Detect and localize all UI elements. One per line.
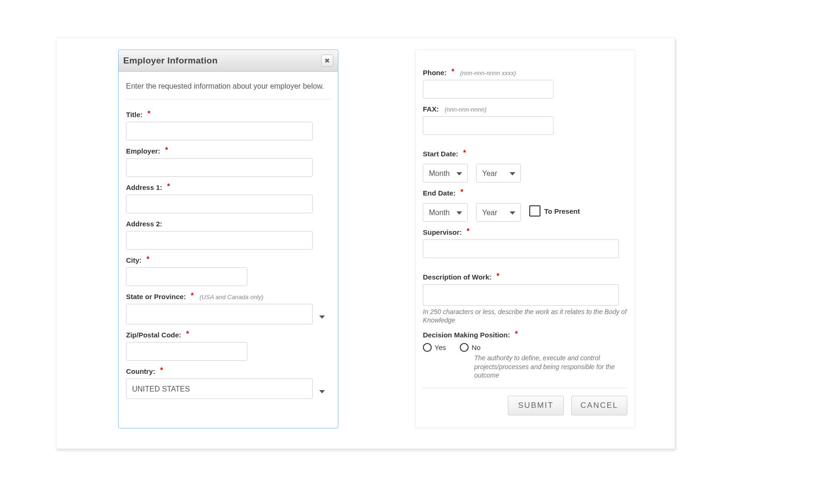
description-helper: In 250 characters or less, describe the … bbox=[423, 308, 627, 324]
field-end-date: End Date: * Month Year To Present bbox=[423, 189, 627, 222]
fax-hint: (nnn-nnn-nnnn) bbox=[445, 106, 487, 113]
field-supervisor: Supervisor: * bbox=[423, 228, 627, 258]
fax-input[interactable] bbox=[423, 116, 554, 135]
required-icon: * bbox=[497, 272, 499, 280]
divider bbox=[126, 99, 330, 99]
description-label: Description of Work: bbox=[423, 273, 491, 281]
to-present-label: To Present bbox=[544, 207, 580, 215]
decision-label: Decision Making Position: bbox=[423, 331, 510, 339]
address1-input[interactable] bbox=[126, 195, 313, 213]
decision-yes-label: Yes bbox=[435, 343, 446, 351]
radio-icon bbox=[423, 343, 432, 352]
employer-info-dialog-right: Phone: * (nnn-nnn-nnnn xxxx) FAX: (nnn-n… bbox=[415, 49, 635, 428]
field-employer: Employer: * bbox=[126, 147, 330, 177]
cancel-button[interactable]: CANCEL bbox=[571, 396, 627, 415]
left-scroll-area[interactable]: Enter the requested information about yo… bbox=[119, 72, 338, 428]
close-button[interactable]: ✖ bbox=[321, 55, 333, 67]
required-icon: * bbox=[451, 68, 454, 76]
state-hint: (USA and Canada only) bbox=[200, 294, 264, 301]
title-label: Title: bbox=[126, 111, 143, 119]
address2-input[interactable] bbox=[126, 231, 313, 250]
right-scroll-area[interactable]: Phone: * (nnn-nnn-nnnn xxxx) FAX: (nnn-n… bbox=[415, 50, 635, 428]
employer-label: Employer: bbox=[126, 147, 160, 155]
required-icon: * bbox=[460, 188, 463, 196]
city-input[interactable] bbox=[126, 267, 247, 286]
zip-label: Zip/Postal Code: bbox=[126, 331, 181, 339]
country-label: Country: bbox=[126, 367, 155, 375]
start-year-select[interactable]: Year bbox=[476, 164, 521, 182]
state-select[interactable] bbox=[126, 304, 313, 324]
submit-button[interactable]: SUBMIT bbox=[508, 396, 564, 415]
field-zip: Zip/Postal Code: * bbox=[126, 331, 330, 361]
field-description: Description of Work: * In 250 characters… bbox=[423, 273, 627, 324]
field-state: State or Province: * (USA and Canada onl… bbox=[126, 293, 330, 324]
required-icon: * bbox=[165, 146, 168, 154]
close-icon: ✖ bbox=[324, 57, 330, 64]
zip-input[interactable] bbox=[126, 342, 247, 361]
employer-input[interactable] bbox=[126, 158, 313, 177]
end-date-label: End Date: bbox=[423, 189, 456, 197]
end-month-select[interactable]: Month bbox=[423, 203, 468, 222]
supervisor-input[interactable] bbox=[423, 239, 619, 258]
required-icon: * bbox=[160, 366, 163, 374]
field-country: Country: * UNITED STATES bbox=[126, 367, 330, 399]
required-icon: * bbox=[186, 330, 189, 338]
dialog-intro: Enter the requested information about yo… bbox=[126, 80, 330, 92]
required-icon: * bbox=[167, 182, 170, 190]
city-label: City: bbox=[126, 256, 141, 264]
field-city: City: * bbox=[126, 256, 330, 286]
title-input[interactable] bbox=[126, 122, 313, 140]
field-start-date: Start Date: * Month Year bbox=[423, 150, 627, 182]
country-select[interactable]: UNITED STATES bbox=[126, 378, 313, 399]
start-month-select[interactable]: Month bbox=[423, 164, 468, 182]
required-icon: * bbox=[147, 255, 149, 263]
phone-label: Phone: bbox=[423, 69, 447, 77]
state-label: State or Province: bbox=[126, 293, 186, 301]
dialog-title: Employer Information bbox=[123, 56, 218, 66]
button-row: SUBMIT CANCEL bbox=[423, 388, 627, 415]
required-icon: * bbox=[147, 110, 150, 118]
employer-info-dialog-left: Employer Information ✖ Enter the request… bbox=[118, 49, 338, 428]
field-fax: FAX: (nnn-nnn-nnnn) bbox=[423, 105, 627, 135]
field-address1: Address 1: * bbox=[126, 183, 330, 213]
phone-input[interactable] bbox=[423, 80, 554, 98]
description-input[interactable] bbox=[423, 284, 619, 306]
address2-label: Address 2: bbox=[126, 220, 162, 228]
phone-hint: (nnn-nnn-nnnn xxxx) bbox=[460, 70, 516, 77]
address1-label: Address 1: bbox=[126, 183, 162, 191]
radio-icon bbox=[460, 343, 469, 352]
required-icon: * bbox=[463, 149, 466, 157]
field-phone: Phone: * (nnn-nnn-nnnn xxxx) bbox=[423, 69, 627, 98]
dialog-titlebar: Employer Information ✖ bbox=[119, 50, 338, 72]
decision-no-label: No bbox=[471, 343, 480, 351]
field-decision: Decision Making Position: * Yes No The a… bbox=[423, 331, 627, 379]
decision-no-radio[interactable]: No bbox=[460, 343, 480, 352]
decision-yes-radio[interactable]: Yes bbox=[423, 343, 446, 352]
required-icon: * bbox=[515, 330, 518, 338]
required-icon: * bbox=[467, 227, 470, 235]
to-present-checkbox[interactable] bbox=[529, 205, 540, 217]
decision-helper: The authority to define, execute and con… bbox=[423, 354, 627, 379]
field-address2: Address 2: bbox=[126, 220, 330, 250]
required-icon: * bbox=[191, 292, 194, 300]
fax-label: FAX: bbox=[423, 105, 439, 113]
supervisor-label: Supervisor: bbox=[423, 228, 462, 236]
field-title: Title: * bbox=[126, 111, 330, 140]
end-year-select[interactable]: Year bbox=[476, 203, 521, 222]
screenshot-frame: Employer Information ✖ Enter the request… bbox=[56, 37, 675, 449]
start-date-label: Start Date: bbox=[423, 150, 458, 158]
